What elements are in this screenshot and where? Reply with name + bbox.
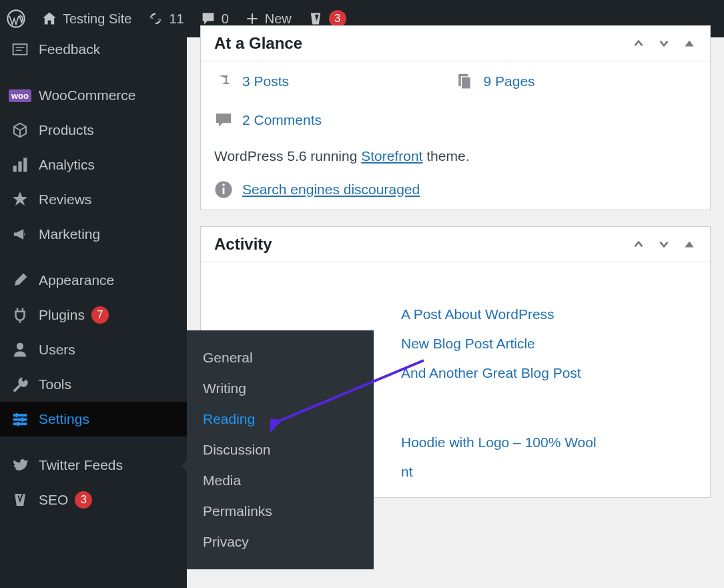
tools-icon [11, 375, 29, 394]
comments-link[interactable]: 0 [200, 11, 229, 27]
refresh-icon [147, 11, 163, 27]
woo-icon: woo [11, 86, 29, 105]
panel-header[interactable]: At a Glance [201, 26, 710, 61]
sidebar-item-woocommerce[interactable]: woo WooCommerce [0, 78, 187, 113]
svg-rect-17 [223, 188, 225, 194]
plus-icon [245, 11, 260, 26]
brush-icon [11, 271, 29, 290]
triangle-up-icon[interactable] [682, 36, 697, 51]
comments-count: 0 [222, 11, 229, 27]
settings-submenu: General Writing Reading Discussion Media… [187, 330, 374, 569]
svg-point-7 [17, 343, 23, 350]
activity-post-link[interactable]: And Another Great Blog Post [401, 358, 697, 388]
panel-body: 3 Posts 9 Pages 2 Comments WordPress 5.6… [201, 61, 710, 210]
products-icon [11, 121, 29, 139]
sidebar-label: Tools [39, 376, 71, 392]
sidebar-label: Analytics [39, 157, 95, 173]
megaphone-icon [11, 225, 29, 244]
activity-post-link[interactable]: A Post About WordPress [401, 300, 697, 329]
panel-title: At a Glance [214, 34, 302, 53]
panel-controls [631, 237, 697, 252]
submenu-item-privacy[interactable]: Privacy [187, 527, 374, 557]
glance-posts[interactable]: 3 Posts [214, 72, 456, 91]
chevron-up-icon[interactable] [631, 36, 646, 51]
site-name-link[interactable]: Testing Site [41, 11, 131, 27]
sidebar-label: Appearance [39, 272, 114, 288]
svg-rect-6 [23, 158, 27, 172]
panel-controls [631, 36, 697, 51]
sidebar-item-plugins[interactable]: Plugins 7 [0, 298, 187, 332]
theme-link[interactable]: Storefront [361, 148, 422, 164]
svg-rect-4 [13, 166, 17, 172]
svg-rect-1 [13, 44, 27, 55]
svg-rect-11 [16, 413, 18, 418]
sidebar-item-products[interactable]: Products [0, 113, 187, 148]
submenu-item-permalinks[interactable]: Permalinks [187, 496, 374, 527]
new-label: New [265, 11, 292, 27]
star-icon [11, 190, 29, 209]
sidebar-item-feedback[interactable]: Feedback [0, 37, 187, 67]
site-name: Testing Site [63, 11, 131, 27]
updates-link[interactable]: 11 [147, 11, 184, 27]
sidebar-item-analytics[interactable]: Analytics [0, 148, 187, 182]
sidebar-label: WooCommerce [39, 87, 135, 103]
submenu-item-discussion[interactable]: Discussion [187, 434, 374, 465]
submenu-item-writing[interactable]: Writing [187, 373, 374, 404]
pages-icon [456, 72, 474, 91]
plugins-badge: 7 [91, 306, 109, 324]
activity-post-link[interactable]: nt [401, 457, 697, 487]
chevron-down-icon[interactable] [657, 36, 671, 51]
sidebar-item-marketing[interactable]: Marketing [0, 217, 187, 252]
panel-header[interactable]: Activity [201, 227, 710, 262]
posts-link[interactable]: 3 Posts [242, 73, 289, 89]
analytics-icon [11, 156, 29, 174]
sidebar-item-users[interactable]: Users [0, 332, 187, 367]
sidebar-label: Reviews [39, 192, 91, 208]
panel-title: Activity [214, 235, 272, 254]
sidebar-label: SEO [39, 492, 68, 508]
sidebar-label: Users [39, 342, 75, 358]
triangle-up-icon[interactable] [682, 237, 697, 252]
sidebar-label: Settings [39, 411, 89, 427]
home-icon [41, 11, 57, 27]
submenu-item-reading[interactable]: Reading [187, 404, 374, 434]
sidebar-item-appearance[interactable]: Appearance [0, 263, 187, 298]
settings-icon [11, 410, 29, 428]
pin-icon [214, 72, 233, 91]
comment-icon [214, 111, 233, 129]
sidebar-item-twitter[interactable]: Twitter Feeds [0, 448, 187, 483]
glance-pages[interactable]: 9 Pages [456, 72, 697, 91]
sidebar-item-settings[interactable]: Settings [0, 402, 187, 436]
sidebar-label: Products [39, 122, 94, 138]
svg-rect-12 [22, 417, 24, 422]
comment-icon [200, 11, 216, 27]
users-icon [11, 340, 29, 359]
glance-comments[interactable]: 2 Comments [214, 111, 456, 129]
sidebar-item-reviews[interactable]: Reviews [0, 182, 187, 217]
svg-rect-8 [13, 414, 27, 416]
plug-icon [11, 306, 29, 324]
sidebar-label: Feedback [39, 41, 100, 57]
svg-point-18 [222, 184, 225, 186]
activity-post-link[interactable]: New Blog Post Article [401, 329, 697, 358]
submenu-item-general[interactable]: General [187, 342, 374, 373]
activity-post-link[interactable]: Hoodie with Logo – 100% Wool [401, 428, 697, 457]
svg-rect-15 [461, 77, 470, 89]
yoast-icon [11, 491, 29, 509]
svg-rect-9 [13, 418, 27, 421]
submenu-item-media[interactable]: Media [187, 465, 374, 496]
wp-logo[interactable] [7, 9, 25, 28]
chevron-down-icon[interactable] [657, 237, 671, 252]
svg-rect-13 [17, 422, 19, 426]
sidebar-item-tools[interactable]: Tools [0, 367, 187, 402]
seo-badge: 3 [75, 491, 92, 509]
sidebar-item-seo[interactable]: SEO 3 [0, 483, 187, 517]
comments-link[interactable]: 2 Comments [242, 112, 322, 128]
search-discouraged-link[interactable]: Search engines discouraged [242, 182, 420, 198]
wp-status: WordPress 5.6 running Storefront theme. [214, 145, 697, 167]
new-content-link[interactable]: New [245, 11, 292, 27]
wordpress-icon [7, 9, 25, 28]
pages-link[interactable]: 9 Pages [484, 73, 535, 89]
chevron-up-icon[interactable] [631, 237, 646, 252]
info-icon [214, 180, 233, 199]
